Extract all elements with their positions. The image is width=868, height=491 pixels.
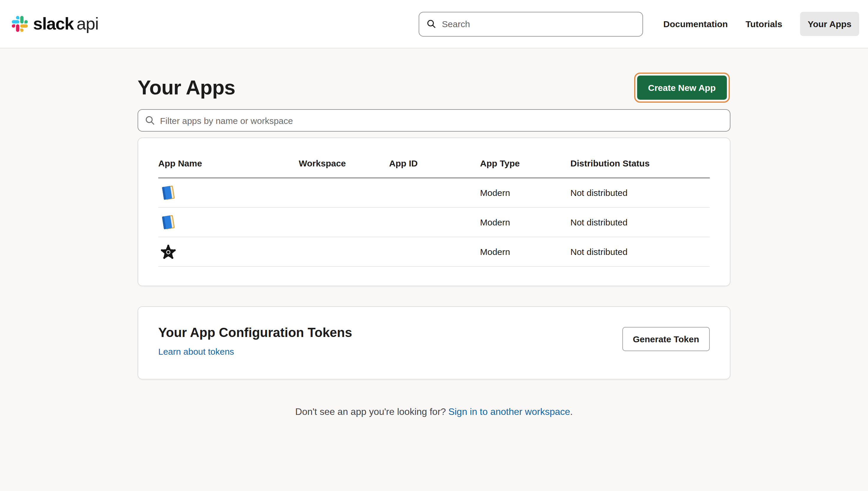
- slack-api-logo[interactable]: slack api: [12, 14, 99, 34]
- footer-prompt-row: Don't see an app you're looking for?Sign…: [138, 407, 730, 417]
- black-star-icon: [160, 243, 177, 261]
- column-distribution-status: Distribution Status: [570, 158, 710, 168]
- filter-apps-box: [138, 109, 730, 132]
- footer-suffix: .: [570, 407, 573, 417]
- page-title: Your Apps: [138, 76, 235, 99]
- header-search: [419, 11, 643, 36]
- cell-distribution-status: Not distributed: [570, 187, 710, 198]
- nav-tutorials[interactable]: Tutorials: [746, 19, 782, 29]
- cell-app-type: Modern: [480, 247, 570, 257]
- tokens-card-title: Your App Configuration Tokens: [158, 325, 352, 341]
- cell-distribution-status: Not distributed: [570, 217, 710, 227]
- site-header: slack api Documentation Tutorials Your A…: [0, 0, 868, 49]
- table-row[interactable]: Modern Not distributed: [158, 237, 710, 267]
- cell-distribution-status: Not distributed: [570, 247, 710, 257]
- table-row[interactable]: Modern Not distributed: [158, 178, 710, 208]
- brand-slack: slack: [33, 14, 74, 34]
- search-input[interactable]: [442, 19, 636, 29]
- tokens-card: Your App Configuration Tokens Learn abou…: [138, 306, 730, 379]
- column-app-id: App ID: [389, 158, 480, 168]
- cell-app-type: Modern: [480, 217, 570, 227]
- apps-table-card: App Name Workspace App ID App Type Distr…: [138, 138, 730, 286]
- column-app-type: App Type: [480, 158, 570, 168]
- main-content: Your Apps Create New App App Name Worksp…: [138, 76, 730, 417]
- create-new-app-button[interactable]: Create New App: [637, 76, 727, 100]
- filter-search-icon: [145, 115, 155, 126]
- apps-table-header: App Name Workspace App ID App Type Distr…: [158, 153, 710, 178]
- apps-table-body: Modern Not distributed Modern Not distri…: [158, 178, 710, 267]
- table-row[interactable]: Modern Not distributed: [158, 208, 710, 237]
- brand-api: api: [77, 14, 98, 34]
- sign-in-another-workspace-link[interactable]: Sign in to another workspace: [448, 407, 570, 417]
- learn-about-tokens-link[interactable]: Learn about tokens: [158, 346, 234, 356]
- cell-app-name: [158, 214, 299, 231]
- header-nav: Documentation Tutorials Your Apps: [664, 12, 859, 36]
- filter-apps-input[interactable]: [160, 115, 723, 125]
- generate-token-button[interactable]: Generate Token: [622, 327, 710, 351]
- footer-prompt-text: Don't see an app you're looking for?: [295, 407, 446, 417]
- blue-book-icon: [160, 214, 176, 231]
- nav-documentation[interactable]: Documentation: [664, 19, 728, 29]
- nav-your-apps[interactable]: Your Apps: [800, 12, 859, 36]
- tokens-card-text: Your App Configuration Tokens Learn abou…: [158, 325, 352, 357]
- cell-app-type: Modern: [480, 187, 570, 198]
- slack-logo-icon: [12, 16, 28, 32]
- search-icon: [427, 19, 437, 29]
- page-head: Your Apps Create New App: [138, 76, 730, 100]
- page: slack api Documentation Tutorials Your A…: [0, 0, 868, 491]
- cell-app-name: [158, 184, 299, 201]
- column-app-name: App Name: [158, 158, 299, 168]
- blue-book-icon: [160, 184, 176, 201]
- cell-app-name: [158, 243, 299, 261]
- column-workspace: Workspace: [299, 158, 389, 168]
